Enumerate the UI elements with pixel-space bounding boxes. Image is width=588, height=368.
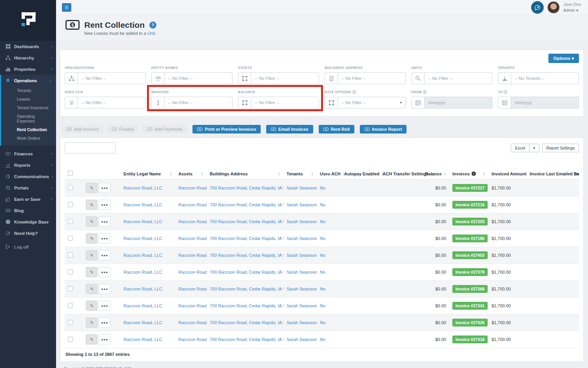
tenant-link[interactable]: Sarah Swanson <box>287 219 317 224</box>
sidebar-item-properties[interactable]: Properties ‹ <box>0 63 56 75</box>
edit-row-button[interactable]: ✎ <box>86 250 98 260</box>
entity-legal-name-link[interactable]: Raccoon Road, LLC <box>123 303 162 308</box>
row-more-actions-button[interactable]: ●●● <box>99 267 111 277</box>
entity-legal-name-link[interactable]: Raccoon Road, LLC <box>123 270 162 274</box>
asset-link[interactable]: Raccoon Road <box>178 337 207 342</box>
tenant-link[interactable]: Sarah Swanson <box>287 320 317 325</box>
row-checkbox[interactable] <box>68 337 73 342</box>
invoice-badge[interactable]: Invoice #27426 <box>452 319 488 327</box>
tenant-link[interactable]: Sarah Swanson <box>287 202 317 207</box>
tenant-link[interactable]: Sarah Swanson <box>287 270 317 274</box>
sidebar-item-operating-expenses[interactable]: Operating Expenses <box>1 112 56 125</box>
sidebar-item-communications[interactable]: Communications ‹ <box>0 171 56 182</box>
row-more-actions-button[interactable]: ●●● <box>99 334 111 345</box>
building-address-link[interactable]: 700 Raccoon Road, Cedar Rapids, IA 52401 <box>210 202 283 207</box>
column-buildings-address[interactable]: Buildings Address▲▼ <box>207 168 283 180</box>
column-invoices[interactable]: Invoicesi▲▼ <box>449 168 488 180</box>
invoice-badge[interactable]: Invoice #27418 <box>452 336 488 343</box>
column-assets[interactable]: Assets▲▼ <box>175 168 207 180</box>
sidebar-item-portals[interactable]: Portals ‹ <box>0 182 56 193</box>
sidebar-item-dashboards[interactable]: Dashboards ‹ <box>0 41 56 52</box>
column-ach-transfer-settings[interactable]: ACH Transfer Settings▲▼ <box>379 168 423 180</box>
stratafolio-logo[interactable] <box>0 0 56 41</box>
rent-roll-button[interactable]: Rent Roll <box>319 125 354 133</box>
sidebar-item-work-orders[interactable]: Work Orders <box>1 134 56 143</box>
entity-legal-name-link[interactable]: Raccoon Road, LLC <box>123 219 162 224</box>
feedback-button[interactable] <box>531 1 544 14</box>
edit-row-button[interactable]: ✎ <box>86 200 98 210</box>
sidebar-item-reports[interactable]: Reports ‹ <box>0 159 56 171</box>
assets-filter-select[interactable]: -- No Filter -- <box>238 72 319 84</box>
column-invoiced-amount[interactable]: Invoiced Amount▲▼ <box>488 168 527 180</box>
user-avatar[interactable] <box>547 1 560 14</box>
row-more-actions-button[interactable]: ●●● <box>99 301 111 311</box>
sidebar-item-knowledge-base[interactable]: ? Knowledge Base <box>0 216 56 227</box>
row-more-actions-button[interactable]: ●●● <box>99 317 111 328</box>
building-address-link[interactable]: 700 Raccoon Road, Cedar Rapids, IA 52401 <box>210 320 283 325</box>
tenant-link[interactable]: Sarah Swanson <box>287 303 317 308</box>
to-date-input[interactable]: mm/yyyy <box>498 97 579 108</box>
add-payments-button[interactable]: Add Payments <box>142 125 187 133</box>
edit-row-button[interactable]: ✎ <box>86 267 98 277</box>
column-invoice-last-emailed-date[interactable]: Invoice Last Emailed Date▲▼ <box>527 168 572 180</box>
row-more-actions-button[interactable]: ●●● <box>99 216 111 227</box>
tenant-link[interactable]: Sarah Swanson <box>287 287 317 291</box>
asset-link[interactable]: Raccoon Road <box>178 253 207 258</box>
asset-link[interactable]: Raccoon Road <box>178 320 207 325</box>
building-address-link[interactable]: 700 Raccoon Road, Cedar Rapids, IA 52401 <box>210 253 283 258</box>
building-address-link[interactable]: 700 Raccoon Road, Cedar Rapids, IA 52401 <box>210 303 283 308</box>
tenant-link[interactable]: Sarah Swanson <box>287 186 317 190</box>
asset-link[interactable]: Raccoon Road <box>178 287 207 291</box>
row-checkbox[interactable] <box>68 320 73 325</box>
column-entity-legal-name[interactable]: Entity Legal Name▲▼ <box>120 168 175 180</box>
building-address-link[interactable]: 700 Raccoon Road, Cedar Rapids, IA 52401 <box>210 287 283 291</box>
row-checkbox[interactable] <box>68 286 73 291</box>
edit-row-button[interactable]: ✎ <box>86 183 98 193</box>
column-balance[interactable]: Balance▲▼ <box>423 168 449 180</box>
edit-row-button[interactable]: ✎ <box>86 301 98 311</box>
asset-link[interactable]: Raccoon Road <box>178 270 207 274</box>
balance-filter-select[interactable]: -- No Filter -- <box>238 97 319 108</box>
edit-row-button[interactable]: ✎ <box>86 334 98 345</box>
entity-legal-name-link[interactable]: Raccoon Road, LLC <box>123 202 162 207</box>
entity-legal-name-link[interactable]: Raccoon Road, LLC <box>123 320 162 325</box>
table-scroll-area[interactable]: Entity Legal Name▲▼ Assets▲▼ Buildings A… <box>65 168 579 348</box>
tenant-link[interactable]: Sarah Swanson <box>287 337 317 342</box>
finalize-button[interactable]: Finalize <box>107 125 139 133</box>
row-more-actions-button[interactable]: ●●● <box>99 183 111 193</box>
building-address-link[interactable]: 700 Raccoon Road, Cedar Rapids, IA 52401 <box>210 186 283 190</box>
row-more-actions-button[interactable]: ●●● <box>99 233 111 244</box>
entity-legal-name-link[interactable]: Raccoon Road, LLC <box>123 186 162 190</box>
entity-legal-name-link[interactable]: Raccoon Road, LLC <box>123 236 162 241</box>
units-filter-select[interactable]: -- No Filter -- <box>411 72 492 84</box>
building-address-link[interactable]: 700 Raccoon Road, Cedar Rapids, IA 52401 <box>210 270 283 274</box>
invoice-badge[interactable]: Invoice #27366 <box>452 285 488 293</box>
edit-row-button[interactable]: ✎ <box>86 317 98 328</box>
edit-row-button[interactable]: ✎ <box>86 233 98 244</box>
help-icon[interactable]: ? <box>149 22 156 29</box>
sidebar-item-tenant-insurance[interactable]: Tenant Insurance <box>1 103 56 112</box>
sidebar-item-log-off[interactable]: Log off <box>0 241 56 253</box>
building-address-link[interactable]: 700 Raccoon Road, Cedar Rapids, IA 52401 <box>210 219 283 224</box>
row-checkbox[interactable] <box>68 219 73 224</box>
invoice-badge[interactable]: Invoice #27216 <box>452 201 488 209</box>
building-address-link[interactable]: 700 Raccoon Road, Cedar Rapids, IA 52401 <box>210 236 283 241</box>
row-checkbox[interactable] <box>68 253 73 258</box>
print-or-preview-invoices-button[interactable]: Print or Preview Invoices <box>192 125 261 133</box>
building-address-link[interactable]: 700 Raccoon Road, Cedar Rapids, IA 52401 <box>210 337 283 342</box>
unit-link[interactable]: Unit <box>147 31 155 36</box>
asset-link[interactable]: Raccoon Road <box>178 219 207 224</box>
tenants-filter-select[interactable]: -- No Tenants -- <box>498 72 579 84</box>
organizations-filter-select[interactable]: -- No Filter -- <box>65 72 146 84</box>
menu-toggle-button[interactable]: ☰ <box>62 3 71 12</box>
row-checkbox[interactable] <box>68 202 73 207</box>
row-checkbox[interactable] <box>68 269 73 274</box>
invoiced-filter-select[interactable]: -- No Filter -- <box>151 97 232 108</box>
buildings-address-filter-select[interactable]: -- No Filter -- <box>325 72 406 84</box>
sidebar-item-hierarchy[interactable]: Hierarchy ‹ <box>0 52 56 63</box>
column-autopay-enabled[interactable]: Autopay Enabled▲▼ <box>341 168 379 180</box>
invoice-badge[interactable]: Invoice #27341 <box>452 302 488 310</box>
invoice-badge[interactable]: Invoice #27203 <box>452 218 488 225</box>
sidebar-item-tenants[interactable]: Tenants <box>1 86 56 95</box>
invoice-report-button[interactable]: Invoice Report <box>360 125 407 133</box>
